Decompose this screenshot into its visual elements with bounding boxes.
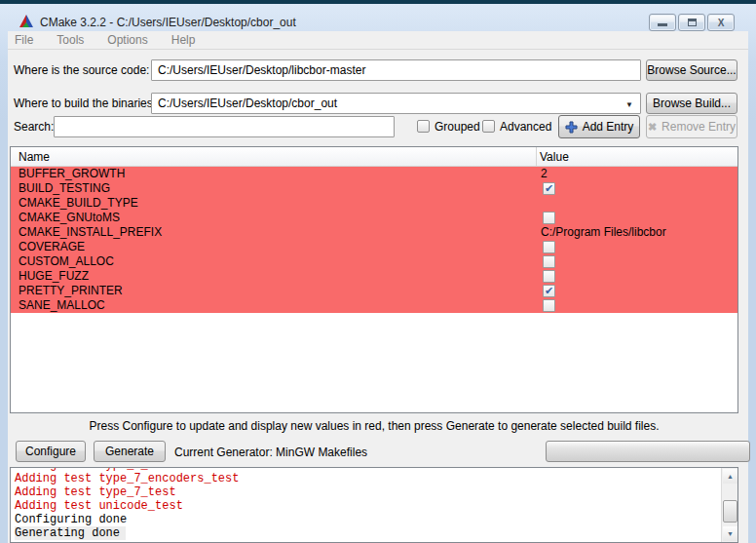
source-label: Where is the source code:: [14, 63, 149, 77]
log-line: Adding test type_7_test: [15, 485, 720, 499]
chevron-down-icon[interactable]: ▼: [625, 100, 633, 109]
cache-table-header[interactable]: Name Value: [11, 147, 737, 167]
cache-entry-name[interactable]: CMAKE_BUILD_TYPE: [11, 196, 536, 211]
cache-entry-name[interactable]: CMAKE_GNUtoMS: [11, 211, 536, 225]
table-row[interactable]: COVERAGE: [11, 240, 737, 254]
remove-icon: ✖: [648, 121, 657, 134]
cache-entry-name[interactable]: PRETTY_PRINTER: [11, 284, 536, 298]
maximize-button[interactable]: [678, 14, 705, 31]
generate-button[interactable]: Generate: [94, 441, 166, 462]
cache-entry-value[interactable]: 2: [536, 167, 737, 181]
column-header-name[interactable]: Name: [19, 150, 50, 164]
log-line: Generating done: [15, 526, 720, 540]
unchecked-checkbox[interactable]: [543, 212, 555, 224]
add-icon: [565, 121, 578, 134]
table-row[interactable]: HUGE_FUZZ: [11, 269, 737, 284]
add-entry-button[interactable]: Add Entry: [558, 115, 640, 138]
unchecked-checkbox[interactable]: [543, 255, 555, 268]
column-header-value[interactable]: Value: [540, 150, 569, 164]
minimize-button[interactable]: [649, 14, 676, 31]
maximize-icon: [688, 19, 697, 26]
browse-source-button[interactable]: Browse Source...: [646, 59, 737, 81]
configure-button[interactable]: Configure: [16, 441, 86, 462]
titlebar[interactable]: CMake 3.2.2 - C:/Users/IEUser/Desktop/cb…: [0, 4, 756, 31]
cache-entry-name[interactable]: SANE_MALLOC: [11, 298, 536, 313]
cache-entry-value[interactable]: [536, 212, 737, 224]
cache-entry-value[interactable]: [536, 270, 737, 283]
cache-entry-name[interactable]: CMAKE_INSTALL_PREFIX: [11, 225, 536, 240]
cache-rows: BUFFER_GROWTH2BUILD_TESTINGCMAKE_BUILD_T…: [11, 167, 737, 313]
unchecked-checkbox[interactable]: [543, 270, 555, 283]
close-button[interactable]: X: [707, 14, 735, 31]
table-row[interactable]: PRETTY_PRINTER: [11, 284, 737, 298]
table-row[interactable]: CMAKE_BUILD_TYPE: [11, 196, 737, 211]
cache-entry-value[interactable]: C:/Program Files/libcbor: [536, 225, 737, 240]
cache-entry-name[interactable]: BUFFER_GROWTH: [11, 167, 536, 181]
scrollbar-thumb[interactable]: [723, 500, 737, 523]
cache-entry-value[interactable]: [536, 299, 737, 312]
configure-hint: Press Configure to update and display ne…: [10, 419, 738, 433]
menu-tools[interactable]: Tools: [45, 31, 95, 50]
output-log[interactable]: Adding test type_6_testAdding test type_…: [10, 467, 738, 543]
cache-entry-name[interactable]: HUGE_FUZZ: [11, 269, 536, 284]
checked-checkbox[interactable]: [543, 182, 555, 195]
cache-entry-value[interactable]: [536, 182, 737, 195]
table-row[interactable]: CMAKE_GNUtoMS: [11, 211, 737, 225]
table-row[interactable]: CMAKE_INSTALL_PREFIXC:/Program Files/lib…: [11, 225, 737, 240]
scroll-up-icon[interactable]: ▲: [723, 469, 737, 484]
source-path-input[interactable]: [151, 59, 641, 81]
cmake-logo-icon: [19, 14, 34, 29]
close-icon: X: [718, 18, 725, 28]
current-generator-label: Current Generator: MinGW Makefiles: [174, 446, 367, 459]
cache-table: Name Value BUFFER_GROWTH2BUILD_TESTINGCM…: [10, 146, 738, 413]
build-label: Where to build the binaries:: [14, 97, 156, 110]
grouped-checkbox[interactable]: [417, 120, 430, 133]
cache-entry-name[interactable]: CUSTOM_ALLOC: [11, 254, 536, 269]
build-path-value: C:/Users/IEUser/Desktop/cbor_out: [158, 97, 337, 110]
column-divider[interactable]: [536, 147, 537, 167]
table-row[interactable]: BUILD_TESTING: [11, 181, 737, 196]
cache-entry-value[interactable]: [536, 241, 737, 253]
search-input[interactable]: [54, 116, 395, 137]
cache-entry-name[interactable]: BUILD_TESTING: [11, 181, 536, 196]
cmake-window: CMake 3.2.2 - C:/Users/IEUser/Desktop/cb…: [0, 0, 756, 543]
advanced-checkbox[interactable]: [482, 120, 495, 133]
log-content: Adding test type_6_testAdding test type_…: [15, 467, 720, 540]
menu-help[interactable]: Help: [160, 31, 208, 50]
minimize-icon: [658, 23, 667, 26]
cache-entry-value[interactable]: [536, 285, 737, 297]
menubar: FileToolsOptionsHelp: [8, 31, 748, 50]
cache-entry-name[interactable]: COVERAGE: [11, 240, 536, 254]
unchecked-checkbox[interactable]: [543, 241, 555, 253]
table-row[interactable]: BUFFER_GROWTH2: [11, 167, 737, 181]
remove-entry-button: ✖ Remove Entry: [646, 115, 737, 138]
checked-checkbox[interactable]: [543, 285, 555, 297]
log-scrollbar[interactable]: ▲ ▼: [721, 468, 737, 542]
menu-options[interactable]: Options: [95, 31, 159, 50]
cache-entry-value[interactable]: [536, 255, 737, 268]
table-row[interactable]: CUSTOM_ALLOC: [11, 254, 737, 269]
log-line: Adding test type_7_encoders_test: [15, 472, 720, 485]
build-path-combobox[interactable]: C:/Users/IEUser/Desktop/cbor_out ▼: [151, 93, 641, 114]
unchecked-checkbox[interactable]: [543, 299, 555, 312]
search-label: Search:: [14, 120, 54, 134]
window-title: CMake 3.2.2 - C:/Users/IEUser/Desktop/cb…: [40, 16, 296, 29]
progress-bar: [546, 441, 750, 462]
log-line: Adding test unicode_test: [15, 499, 720, 513]
menu-file[interactable]: File: [8, 31, 45, 50]
scroll-down-icon[interactable]: ▼: [723, 526, 737, 541]
browse-build-button[interactable]: Browse Build...: [646, 93, 737, 114]
grouped-label: Grouped: [435, 120, 480, 134]
log-line: Configuring done: [15, 513, 720, 526]
advanced-label: Advanced: [500, 120, 551, 134]
table-row[interactable]: SANE_MALLOC: [11, 298, 737, 313]
